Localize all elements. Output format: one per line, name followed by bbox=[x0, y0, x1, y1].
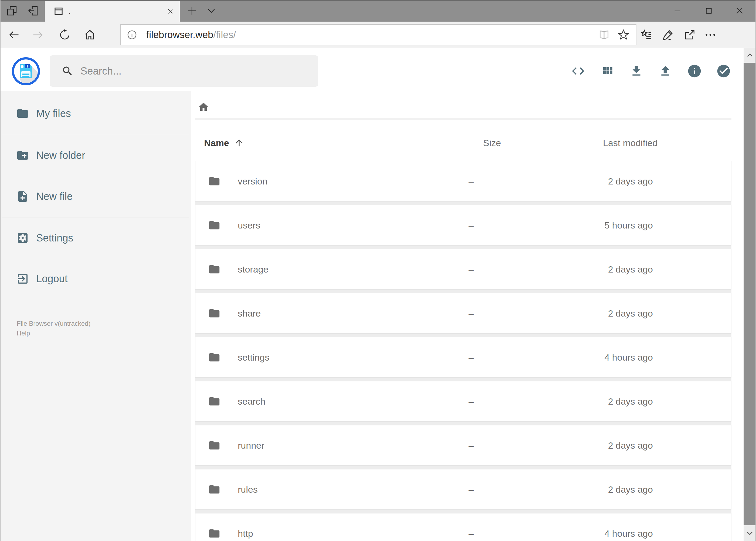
more-icon[interactable] bbox=[702, 27, 718, 42]
file-size: – bbox=[446, 484, 569, 495]
sidebar-item-logout[interactable]: Logout bbox=[0, 259, 191, 299]
grid-view-icon[interactable] bbox=[599, 62, 616, 80]
browser-titlebar: . bbox=[0, 0, 756, 22]
file-row[interactable]: users – 5 hours ago bbox=[195, 205, 731, 246]
home-icon[interactable] bbox=[82, 27, 98, 42]
tab-title: . bbox=[69, 7, 161, 16]
sidebar-item-settings[interactable]: Settings bbox=[0, 218, 191, 258]
folder-icon bbox=[208, 175, 220, 188]
file-row[interactable]: storage – 2 days ago bbox=[195, 249, 731, 289]
file-row[interactable]: share – 2 days ago bbox=[195, 293, 731, 333]
reading-view-icon[interactable] bbox=[596, 26, 613, 44]
search-box[interactable] bbox=[50, 55, 318, 87]
site-info-icon[interactable] bbox=[125, 28, 139, 42]
folder-icon bbox=[208, 527, 220, 540]
file-modified: 2 days ago bbox=[569, 440, 731, 451]
file-size: – bbox=[446, 264, 569, 275]
select-check-icon[interactable] bbox=[715, 62, 732, 80]
scroll-down-icon[interactable] bbox=[744, 525, 756, 541]
file-size: – bbox=[446, 352, 569, 363]
search-input[interactable] bbox=[80, 65, 297, 77]
window-border bbox=[0, 0, 1, 541]
page-scrollbar[interactable] bbox=[744, 48, 756, 541]
file-size: – bbox=[446, 528, 569, 539]
column-label: Name bbox=[204, 138, 229, 148]
sidebar-item-new-folder[interactable]: New folder bbox=[0, 135, 191, 176]
page-icon bbox=[53, 6, 64, 17]
file-row[interactable]: search – 2 days ago bbox=[195, 381, 731, 422]
help-link[interactable]: Help bbox=[17, 328, 91, 338]
new-folder-icon bbox=[16, 149, 29, 162]
file-size: – bbox=[446, 396, 569, 407]
sidebar-item-my-files[interactable]: My files bbox=[0, 93, 191, 134]
hub-icon[interactable] bbox=[638, 27, 654, 42]
share-icon[interactable] bbox=[681, 27, 698, 42]
minimize-icon[interactable] bbox=[668, 1, 686, 21]
info-circle-icon[interactable] bbox=[686, 62, 703, 80]
sidebar-item-label: My files bbox=[36, 108, 71, 119]
file-name: search bbox=[238, 396, 446, 407]
maximize-icon[interactable] bbox=[700, 1, 718, 21]
scrollbar-thumb[interactable] bbox=[744, 63, 756, 525]
address-bar[interactable]: filebrowser.web/files/ bbox=[120, 24, 636, 45]
file-listing: Name Size Last modified version – 2 days… bbox=[191, 91, 744, 541]
close-tab-icon[interactable] bbox=[161, 1, 180, 22]
browser-window: . bbox=[0, 0, 756, 541]
file-size: – bbox=[446, 220, 569, 231]
tab-menu-icon[interactable] bbox=[203, 0, 219, 22]
file-name: http bbox=[238, 528, 446, 539]
divider bbox=[2, 217, 189, 218]
file-list: version – 2 days ago users – 5 hours ago… bbox=[195, 161, 731, 541]
divider bbox=[195, 118, 731, 120]
settings-icon bbox=[16, 232, 29, 245]
listing-header: Name Size Last modified bbox=[195, 135, 731, 151]
back-icon[interactable] bbox=[6, 27, 22, 42]
download-icon[interactable] bbox=[628, 62, 645, 80]
close-window-icon[interactable] bbox=[731, 1, 748, 21]
sidebar-item-label: New file bbox=[36, 191, 73, 202]
file-size: – bbox=[446, 176, 569, 187]
sidebar-item-label: Logout bbox=[36, 273, 68, 285]
sort-ascending-icon bbox=[234, 138, 244, 148]
url-host: filebrowser.web bbox=[146, 29, 213, 40]
file-name: runner bbox=[238, 440, 446, 451]
refresh-icon[interactable] bbox=[57, 27, 72, 42]
file-modified: 4 hours ago bbox=[569, 528, 731, 539]
column-header-modified[interactable]: Last modified bbox=[603, 135, 657, 151]
upload-icon[interactable] bbox=[657, 62, 674, 80]
file-row[interactable]: version – 2 days ago bbox=[195, 161, 731, 202]
web-note-icon[interactable] bbox=[660, 27, 676, 42]
file-row[interactable]: rules – 2 days ago bbox=[195, 469, 731, 510]
new-file-icon bbox=[16, 190, 29, 203]
app-version: File Browser v(untracked) bbox=[17, 320, 91, 327]
scroll-up-icon[interactable] bbox=[744, 48, 756, 63]
column-header-name[interactable]: Name bbox=[204, 135, 244, 151]
url-text: filebrowser.web/files/ bbox=[146, 29, 596, 41]
file-name: users bbox=[238, 220, 446, 231]
file-size: – bbox=[446, 440, 569, 451]
code-view-icon[interactable] bbox=[570, 62, 587, 80]
breadcrumb-home-icon[interactable] bbox=[198, 101, 209, 113]
file-row[interactable]: settings – 4 hours ago bbox=[195, 337, 731, 377]
column-header-size[interactable]: Size bbox=[483, 135, 501, 151]
file-name: rules bbox=[238, 484, 446, 495]
folder-icon bbox=[208, 219, 220, 232]
forward-icon[interactable] bbox=[30, 27, 45, 42]
file-name: share bbox=[238, 308, 446, 319]
file-name: version bbox=[238, 176, 446, 187]
browser-tab[interactable]: . bbox=[45, 1, 180, 22]
logout-icon bbox=[16, 272, 29, 285]
new-tab-icon[interactable] bbox=[184, 0, 200, 22]
window-border bbox=[0, 0, 756, 1]
file-row[interactable]: http – 4 hours ago bbox=[195, 513, 731, 541]
file-modified: 4 hours ago bbox=[569, 352, 731, 363]
divider bbox=[2, 134, 189, 134]
file-row[interactable]: runner – 2 days ago bbox=[195, 425, 731, 466]
url-path: /files/ bbox=[213, 29, 236, 40]
favorite-star-icon[interactable] bbox=[615, 26, 632, 44]
filebrowser-logo[interactable] bbox=[12, 57, 40, 85]
folder-icon bbox=[208, 307, 220, 319]
tab-preview-icon[interactable] bbox=[4, 0, 20, 22]
set-tabs-aside-icon[interactable] bbox=[25, 0, 41, 22]
sidebar-item-new-file[interactable]: New file bbox=[0, 176, 191, 217]
